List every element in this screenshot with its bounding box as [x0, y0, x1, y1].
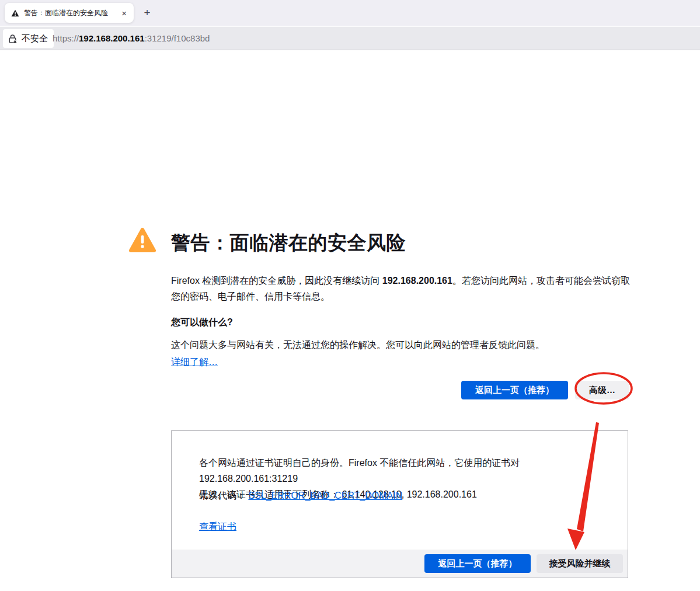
- certificate-description-line1: 各个网站通过证书证明自己的身份。Firefox 不能信任此网站，它使用的证书对 …: [199, 455, 619, 486]
- url-rest: :31219/f10c83bd: [145, 33, 210, 43]
- tab-strip: 警告：面临潜在的安全风险 × +: [0, 0, 700, 26]
- security-chip[interactable]: 不安全: [3, 29, 54, 48]
- go-back-button-panel[interactable]: 返回上一页（推荐）: [424, 554, 531, 573]
- url-scheme: https://: [53, 33, 79, 43]
- what-can-you-do-body: 这个问题大多与网站有关，无法通过您的操作解决。您可以向此网站的管理者反馈此问题。: [171, 337, 630, 353]
- intro-host: 192.168.200.161: [382, 276, 452, 286]
- error-code-row: 错误代码： SSL_ERROR_BAD_CERT_DOMAIN: [199, 490, 402, 502]
- learn-more-link[interactable]: 详细了解…: [171, 357, 218, 367]
- security-label: 不安全: [22, 33, 48, 44]
- url-text[interactable]: https://192.168.200.161:31219/f10c83bd: [53, 27, 210, 50]
- advanced-button[interactable]: 高级…: [575, 381, 629, 399]
- tab-warning-icon: [11, 9, 19, 17]
- page-title: 警告：面临潜在的安全风险: [171, 230, 406, 256]
- url-host: 192.168.200.161: [79, 33, 145, 43]
- active-tab[interactable]: 警告：面临潜在的安全风险 ×: [5, 3, 134, 23]
- intro-paragraph: Firefox 检测到潜在的安全威胁，因此没有继续访问 192.168.200.…: [171, 273, 630, 304]
- panel-footer: 返回上一页（推荐） 接受风险并继续: [172, 550, 628, 578]
- view-certificate-link[interactable]: 查看证书: [199, 522, 236, 531]
- go-back-button[interactable]: 返回上一页（推荐）: [461, 381, 568, 399]
- browser-window: 警告：面临潜在的安全风险 × + 不安全 https://192.168.200…: [0, 0, 700, 591]
- what-can-you-do-heading: 您可以做什么?: [171, 317, 233, 329]
- error-code-link[interactable]: SSL_ERROR_BAD_CERT_DOMAIN: [248, 491, 402, 500]
- intro-text-before: Firefox 检测到潜在的安全威胁，因此没有继续访问: [171, 276, 382, 286]
- tab-title: 警告：面临潜在的安全风险: [24, 8, 119, 18]
- error-code-label: 错误代码：: [199, 491, 246, 500]
- insecure-lock-icon: [8, 34, 18, 44]
- accept-risk-button[interactable]: 接受风险并继续: [537, 554, 623, 573]
- new-tab-button[interactable]: +: [139, 5, 155, 21]
- address-bar[interactable]: 不安全 https://192.168.200.161:31219/f10c83…: [0, 26, 700, 50]
- tab-close-icon[interactable]: ×: [119, 8, 129, 19]
- warning-triangle-icon: [129, 228, 156, 253]
- advanced-panel: 各个网站通过证书证明自己的身份。Firefox 不能信任此网站，它使用的证书对 …: [171, 430, 628, 578]
- primary-button-row: 返回上一页（推荐） 高级…: [171, 381, 629, 399]
